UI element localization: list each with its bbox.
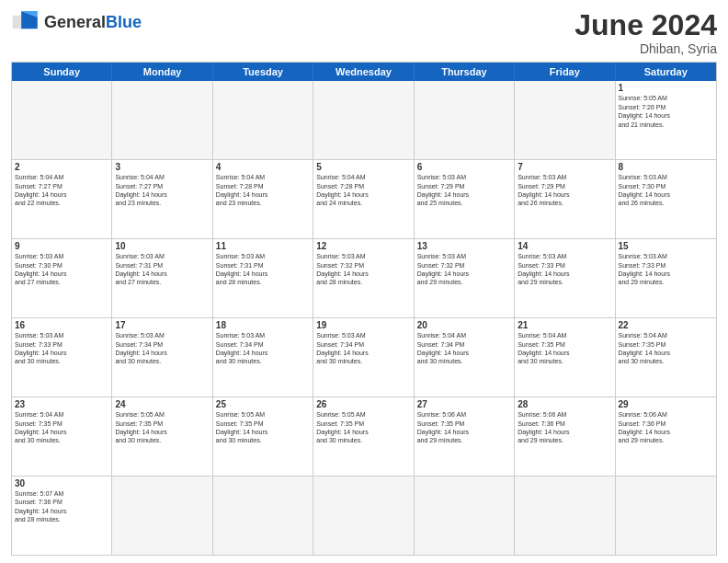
calendar-cell-r4-c3: 26Sunrise: 5:05 AM Sunset: 7:35 PM Dayli… [313,397,414,476]
day-number: 20 [417,320,511,330]
header-saturday: Saturday [616,63,716,81]
day-number: 28 [518,399,611,409]
day-number: 10 [115,241,209,251]
day-info: Sunrise: 5:03 AM Sunset: 7:31 PM Dayligh… [115,252,209,287]
day-info: Sunrise: 5:03 AM Sunset: 7:33 PM Dayligh… [518,252,611,287]
calendar-cell-r3-c1: 17Sunrise: 5:03 AM Sunset: 7:34 PM Dayli… [112,318,212,396]
logo-icon [11,9,40,35]
day-number: 26 [316,399,410,409]
calendar-cell-r5-c1 [112,477,212,555]
day-number: 2 [15,162,108,172]
calendar-cell-r3-c0: 16Sunrise: 5:03 AM Sunset: 7:33 PM Dayli… [12,318,112,396]
calendar-cell-r4-c6: 29Sunrise: 5:06 AM Sunset: 7:36 PM Dayli… [616,397,716,476]
day-info: Sunrise: 5:03 AM Sunset: 7:33 PM Dayligh… [619,252,713,287]
day-number: 12 [316,241,410,251]
calendar-row-4: 23Sunrise: 5:04 AM Sunset: 7:35 PM Dayli… [12,396,716,476]
day-number: 15 [619,241,713,251]
day-number: 3 [115,162,209,172]
logo: GeneralBlue [11,9,142,35]
calendar-cell-r1-c0: 2Sunrise: 5:04 AM Sunset: 7:27 PM Daylig… [12,160,112,238]
calendar-header: Sunday Monday Tuesday Wednesday Thursday… [12,63,716,81]
header-friday: Friday [515,63,615,81]
calendar-cell-r2-c2: 11Sunrise: 5:03 AM Sunset: 7:31 PM Dayli… [213,239,313,317]
calendar-cell-r3-c2: 18Sunrise: 5:03 AM Sunset: 7:34 PM Dayli… [213,318,313,396]
day-info: Sunrise: 5:03 AM Sunset: 7:32 PM Dayligh… [316,252,410,287]
header: GeneralBlue June 2024 Dhiban, Syria [11,9,717,56]
calendar-cell-r1-c1: 3Sunrise: 5:04 AM Sunset: 7:27 PM Daylig… [112,160,212,238]
day-number: 18 [216,320,310,330]
day-number: 29 [619,399,713,409]
calendar-row-0: 1Sunrise: 5:05 AM Sunset: 7:26 PM Daylig… [12,81,716,159]
month-title: June 2024 [574,9,717,41]
calendar-cell-r4-c0: 23Sunrise: 5:04 AM Sunset: 7:35 PM Dayli… [12,397,112,476]
calendar-row-5: 30Sunrise: 5:07 AM Sunset: 7:36 PM Dayli… [12,476,716,555]
day-number: 8 [619,162,713,172]
calendar-cell-r2-c1: 10Sunrise: 5:03 AM Sunset: 7:31 PM Dayli… [112,239,212,317]
day-number: 30 [15,478,108,488]
day-info: Sunrise: 5:05 AM Sunset: 7:35 PM Dayligh… [316,410,410,445]
day-number: 25 [216,399,310,409]
day-info: Sunrise: 5:03 AM Sunset: 7:34 PM Dayligh… [216,331,310,366]
calendar-cell-r2-c3: 12Sunrise: 5:03 AM Sunset: 7:32 PM Dayli… [313,239,414,317]
day-info: Sunrise: 5:04 AM Sunset: 7:28 PM Dayligh… [316,173,410,208]
day-number: 17 [115,320,209,330]
calendar-row-3: 16Sunrise: 5:03 AM Sunset: 7:33 PM Dayli… [12,317,716,396]
calendar-cell-r2-c4: 13Sunrise: 5:03 AM Sunset: 7:32 PM Dayli… [415,239,515,317]
day-info: Sunrise: 5:05 AM Sunset: 7:26 PM Dayligh… [619,94,713,129]
day-info: Sunrise: 5:03 AM Sunset: 7:29 PM Dayligh… [518,173,611,208]
calendar-cell-r3-c5: 21Sunrise: 5:04 AM Sunset: 7:35 PM Dayli… [515,318,615,396]
calendar-cell-r0-c6: 1Sunrise: 5:05 AM Sunset: 7:26 PM Daylig… [616,81,716,159]
day-number: 5 [316,162,410,172]
day-info: Sunrise: 5:06 AM Sunset: 7:36 PM Dayligh… [518,410,611,445]
calendar-cell-r0-c0 [12,81,112,159]
day-number: 11 [216,241,310,251]
calendar-cell-r1-c5: 7Sunrise: 5:03 AM Sunset: 7:29 PM Daylig… [515,160,615,238]
day-info: Sunrise: 5:04 AM Sunset: 7:27 PM Dayligh… [15,173,108,208]
calendar-cell-r4-c4: 27Sunrise: 5:06 AM Sunset: 7:35 PM Dayli… [415,397,515,476]
day-number: 21 [518,320,611,330]
day-info: Sunrise: 5:04 AM Sunset: 7:35 PM Dayligh… [619,331,713,366]
calendar-cell-r3-c4: 20Sunrise: 5:04 AM Sunset: 7:34 PM Dayli… [415,318,515,396]
calendar-body: 1Sunrise: 5:05 AM Sunset: 7:26 PM Daylig… [12,81,716,555]
calendar-cell-r0-c4 [415,81,515,159]
day-number: 27 [417,399,511,409]
calendar-cell-r2-c6: 15Sunrise: 5:03 AM Sunset: 7:33 PM Dayli… [616,239,716,317]
calendar-cell-r5-c2 [213,477,313,555]
day-info: Sunrise: 5:05 AM Sunset: 7:35 PM Dayligh… [216,410,310,445]
day-number: 6 [417,162,511,172]
calendar-cell-r5-c4 [415,477,515,555]
header-monday: Monday [112,63,212,81]
day-info: Sunrise: 5:04 AM Sunset: 7:35 PM Dayligh… [518,331,611,366]
calendar-cell-r1-c4: 6Sunrise: 5:03 AM Sunset: 7:29 PM Daylig… [415,160,515,238]
day-number: 1 [619,83,713,93]
calendar-cell-r2-c0: 9Sunrise: 5:03 AM Sunset: 7:30 PM Daylig… [12,239,112,317]
day-number: 19 [316,320,410,330]
day-info: Sunrise: 5:04 AM Sunset: 7:27 PM Dayligh… [115,173,209,208]
calendar-cell-r5-c5 [515,477,615,555]
calendar-cell-r3-c6: 22Sunrise: 5:04 AM Sunset: 7:35 PM Dayli… [616,318,716,396]
logo-text: GeneralBlue [44,13,142,32]
calendar-cell-r0-c1 [112,81,212,159]
day-info: Sunrise: 5:03 AM Sunset: 7:32 PM Dayligh… [417,252,511,287]
location: Dhiban, Syria [574,41,717,56]
day-info: Sunrise: 5:07 AM Sunset: 7:36 PM Dayligh… [15,489,108,524]
day-info: Sunrise: 5:06 AM Sunset: 7:35 PM Dayligh… [417,410,511,445]
day-info: Sunrise: 5:03 AM Sunset: 7:30 PM Dayligh… [15,252,108,287]
calendar-cell-r2-c5: 14Sunrise: 5:03 AM Sunset: 7:33 PM Dayli… [515,239,615,317]
day-info: Sunrise: 5:03 AM Sunset: 7:31 PM Dayligh… [216,252,310,287]
day-info: Sunrise: 5:03 AM Sunset: 7:33 PM Dayligh… [15,331,108,366]
day-number: 4 [216,162,310,172]
header-thursday: Thursday [415,63,515,81]
calendar-row-2: 9Sunrise: 5:03 AM Sunset: 7:30 PM Daylig… [12,238,716,317]
calendar-cell-r4-c5: 28Sunrise: 5:06 AM Sunset: 7:36 PM Dayli… [515,397,615,476]
day-number: 22 [619,320,713,330]
calendar-cell-r5-c0: 30Sunrise: 5:07 AM Sunset: 7:36 PM Dayli… [12,477,112,555]
calendar-cell-r4-c1: 24Sunrise: 5:05 AM Sunset: 7:35 PM Dayli… [112,397,212,476]
day-info: Sunrise: 5:04 AM Sunset: 7:34 PM Dayligh… [417,331,511,366]
calendar: Sunday Monday Tuesday Wednesday Thursday… [11,62,717,556]
day-number: 16 [15,320,108,330]
day-number: 7 [518,162,611,172]
calendar-cell-r4-c2: 25Sunrise: 5:05 AM Sunset: 7:35 PM Dayli… [213,397,313,476]
calendar-row-1: 2Sunrise: 5:04 AM Sunset: 7:27 PM Daylig… [12,159,716,238]
day-info: Sunrise: 5:03 AM Sunset: 7:34 PM Dayligh… [316,331,410,366]
